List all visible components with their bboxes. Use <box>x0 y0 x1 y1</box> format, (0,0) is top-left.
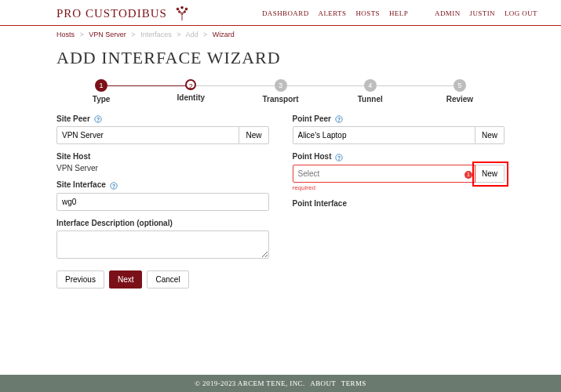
header: PRO CUSTODIBUS DASHBOARD ALERTS HOSTS HE… <box>0 0 561 26</box>
help-icon[interactable]: ? <box>110 182 118 190</box>
svg-point-1 <box>185 8 188 10</box>
svg-point-0 <box>177 8 179 10</box>
site-peer-input[interactable] <box>56 126 239 144</box>
point-peer-label: Point Peer ? <box>293 114 505 123</box>
svg-text:?: ? <box>337 154 341 160</box>
page-title: ADD INTERFACE WIZARD <box>56 48 505 68</box>
step-type[interactable]: 1 Type <box>56 79 146 103</box>
svg-text:?: ? <box>97 117 100 122</box>
breadcrumb: Hosts > VPN Server > Interfaces > Add > … <box>0 26 561 38</box>
bc-interfaces: Interfaces <box>140 31 172 38</box>
tree-icon <box>173 5 191 22</box>
site-peer-label: Site Peer ? <box>56 114 269 123</box>
interface-desc-textarea[interactable] <box>56 230 269 259</box>
brand[interactable]: PRO CUSTODIBUS <box>56 5 191 22</box>
svg-point-4 <box>180 6 183 9</box>
interface-desc-label: Interface Description (optional) <box>56 219 269 227</box>
step-identity[interactable]: 2 Identity <box>146 79 235 102</box>
nav-alerts[interactable]: ALERTS <box>319 9 347 17</box>
nav-help[interactable]: HELP <box>389 9 408 17</box>
step-review[interactable]: 5 Review <box>415 79 505 103</box>
bc-wizard: Wizard <box>213 31 235 38</box>
footer: © 2019-2023 ARCEM TENE, INC. ABOUT TERMS <box>0 375 561 392</box>
nav-admin[interactable]: ADMIN <box>435 9 461 17</box>
help-icon[interactable]: ? <box>335 115 343 123</box>
site-interface-label: Site Interface ? <box>56 180 269 189</box>
point-host-error: required <box>293 184 505 191</box>
brand-text: PRO CUSTODIBUS <box>56 7 167 20</box>
svg-point-3 <box>184 11 186 13</box>
wizard-steps: 1 Type 2 Identity 3 Transport 4 Tunnel 5… <box>56 79 505 103</box>
previous-button[interactable]: Previous <box>56 270 104 289</box>
cancel-button[interactable]: Cancel <box>147 270 188 289</box>
bc-hosts[interactable]: Hosts <box>56 31 75 38</box>
step-tunnel[interactable]: 4 Tunnel <box>326 79 415 103</box>
site-host-label: Site Host <box>56 152 269 161</box>
nav-user[interactable]: JUSTIN <box>470 9 495 17</box>
site-interface-input[interactable] <box>56 193 269 211</box>
nav-logout[interactable]: LOG OUT <box>505 9 537 17</box>
svg-text:?: ? <box>337 117 341 122</box>
point-host-input[interactable] <box>293 165 475 183</box>
bc-vpn-server[interactable]: VPN Server <box>89 31 126 38</box>
site-host-value: VPN Server <box>56 164 269 172</box>
footer-about[interactable]: ABOUT <box>310 379 336 387</box>
left-column: Site Peer ? New Site Host VPN Server Sit… <box>56 114 269 289</box>
help-icon[interactable]: ? <box>335 154 343 162</box>
nav-hosts[interactable]: HOSTS <box>355 9 380 17</box>
top-nav: DASHBOARD ALERTS HOSTS HELP ADMIN JUSTIN… <box>262 9 537 17</box>
point-host-label: Point Host ? <box>293 152 505 161</box>
site-peer-new-button[interactable]: New <box>239 126 268 144</box>
footer-terms[interactable]: TERMS <box>341 379 366 387</box>
step-transport[interactable]: 3 Transport <box>235 79 325 103</box>
point-peer-input[interactable] <box>293 126 475 144</box>
svg-text:?: ? <box>112 183 115 188</box>
right-column: Point Peer ? New Point Host ? New requir… <box>293 114 505 289</box>
point-peer-new-button[interactable]: New <box>475 126 505 144</box>
help-icon[interactable]: ? <box>94 115 102 123</box>
svg-point-2 <box>178 11 180 13</box>
nav-dashboard[interactable]: DASHBOARD <box>262 9 309 17</box>
point-interface-label: Point Interface <box>293 199 505 208</box>
point-host-new-button[interactable]: New <box>475 165 505 183</box>
footer-copyright: © 2019-2023 ARCEM TENE, INC. <box>195 379 304 387</box>
next-button[interactable]: Next <box>109 270 143 289</box>
bc-add: Add <box>185 31 198 38</box>
main-content: ADD INTERFACE WIZARD 1 Type 2 Identity 3… <box>0 38 561 304</box>
